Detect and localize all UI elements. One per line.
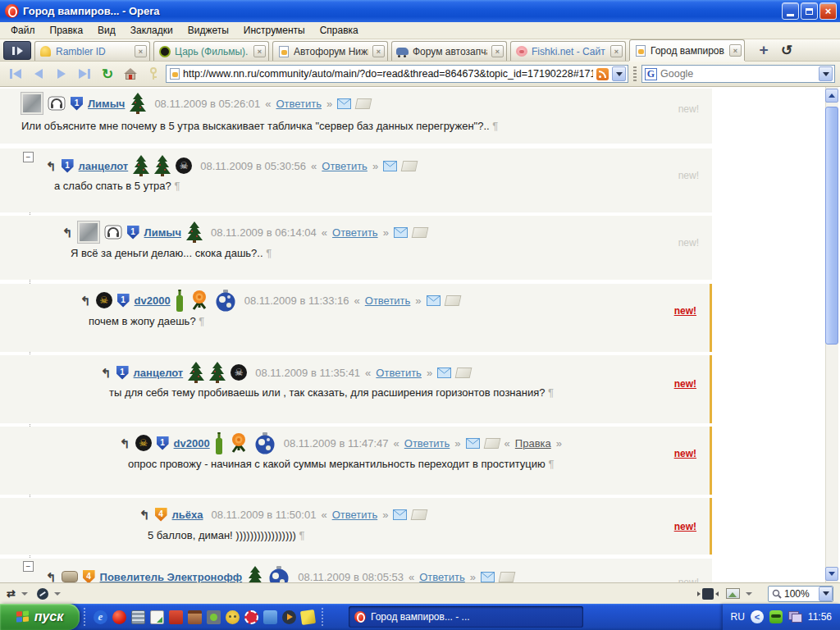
rss-icon[interactable] (596, 68, 609, 80)
mail-icon[interactable] (427, 295, 441, 306)
fit-to-width-icon[interactable] (702, 588, 714, 600)
turbo-dropdown-icon[interactable] (54, 592, 61, 596)
menu-widgets[interactable]: Виджеты (180, 23, 236, 38)
mail-icon[interactable] (466, 438, 480, 449)
reply-link[interactable]: Ответить (365, 294, 411, 307)
quicklaunch-player-icon[interactable] (282, 610, 296, 624)
reply-link[interactable]: Ответить (419, 571, 465, 583)
reopen-closed-tabs-button[interactable]: ↺ (776, 40, 797, 60)
language-indicator[interactable]: RU (731, 611, 745, 623)
reply-link[interactable]: Ответить (332, 226, 378, 239)
author-link[interactable]: льёха (172, 509, 203, 521)
hide-tray-icons-button[interactable]: < (751, 610, 764, 623)
mail-icon[interactable] (383, 161, 397, 171)
quicklaunch-internet-explorer-icon[interactable]: e (94, 610, 107, 624)
zoom-dropdown-button[interactable] (819, 587, 833, 601)
collapse-thread-button[interactable]: − (23, 152, 34, 162)
quicklaunch-paint-icon[interactable] (300, 609, 316, 624)
opera-link-icon[interactable]: ⇄ (7, 587, 16, 600)
scrollbar-thumb[interactable] (825, 107, 838, 345)
quicklaunch-media-icon[interactable] (207, 610, 221, 624)
new-badge[interactable]: new! (674, 448, 696, 459)
tab-autoparts[interactable]: Форум автозапча... × (391, 41, 507, 61)
back-button[interactable] (28, 65, 49, 83)
reply-link[interactable]: Ответить (332, 509, 378, 521)
reply-link[interactable]: Ответить (276, 98, 322, 110)
tab-tsar[interactable]: Царь (Фильмы). С... × (153, 41, 269, 61)
author-link[interactable]: ланцелот (134, 367, 184, 379)
start-button[interactable]: пуск (0, 604, 80, 630)
quicklaunch-doc-icon[interactable] (263, 610, 277, 624)
quote-page-icon[interactable] (499, 572, 516, 582)
menu-view[interactable]: Вид (90, 23, 123, 38)
tab-close-icon[interactable]: × (729, 44, 742, 57)
tab-close-icon[interactable]: × (372, 45, 385, 57)
quote-page-icon[interactable] (401, 161, 418, 171)
author-link[interactable]: Лимыч (144, 226, 181, 239)
menu-tools[interactable]: Инструменты (236, 23, 313, 38)
opera-turbo-icon[interactable] (37, 588, 48, 600)
reply-link[interactable]: Ответить (376, 367, 422, 379)
tab-autoforum[interactable]: Автофорум Нижн... × (272, 41, 388, 61)
author-link[interactable]: Лимыч (88, 98, 125, 110)
mail-icon[interactable] (481, 572, 495, 582)
restore-button[interactable] (801, 2, 818, 20)
quicklaunch-bank-icon[interactable] (188, 610, 202, 624)
address-field[interactable] (166, 65, 628, 83)
search-dropdown-button[interactable] (819, 66, 833, 81)
search-field[interactable]: G (641, 65, 835, 83)
scroll-down-button[interactable] (825, 567, 838, 581)
close-button[interactable]: × (819, 2, 837, 20)
author-link[interactable]: ланцелот (79, 160, 129, 172)
reply-link[interactable]: Ответить (322, 160, 368, 172)
fast-forward-button[interactable] (74, 65, 95, 83)
new-tab-button[interactable]: + (753, 40, 774, 60)
reload-button[interactable]: ↻ (97, 65, 118, 83)
tab-fishki[interactable]: Fishki.net - Сайт х... × (510, 41, 626, 61)
quicklaunch-cow-icon[interactable] (226, 610, 240, 624)
menu-file[interactable]: Файл (3, 23, 43, 38)
menu-help[interactable]: Справка (313, 23, 366, 38)
tray-agent-icon[interactable] (769, 610, 783, 623)
quote-page-icon[interactable] (411, 509, 428, 520)
author-link[interactable]: dv2000 (135, 294, 171, 307)
tab-rambler[interactable]: Rambler ID × (34, 41, 150, 61)
url-input[interactable] (183, 68, 593, 80)
edit-link[interactable]: Правка (515, 437, 551, 450)
tab-close-icon[interactable]: × (491, 45, 504, 57)
quote-page-icon[interactable] (455, 368, 472, 378)
mail-icon[interactable] (394, 227, 408, 238)
home-button[interactable] (120, 65, 141, 83)
tab-close-icon[interactable]: × (253, 45, 266, 57)
mail-icon[interactable] (393, 509, 407, 520)
images-dropdown-icon[interactable] (746, 592, 752, 596)
tab-gorod-vampirov[interactable]: Город вампиров... × (629, 39, 745, 61)
quote-page-icon[interactable] (483, 438, 500, 449)
new-badge[interactable]: new! (674, 305, 696, 317)
quicklaunch-calculator-icon[interactable] (131, 610, 145, 624)
minimize-button[interactable] (782, 2, 799, 20)
avatar[interactable] (21, 93, 43, 114)
panels-toggle-button[interactable] (3, 41, 31, 60)
quicklaunch-opera-icon[interactable] (112, 610, 126, 624)
mail-icon[interactable] (437, 368, 451, 378)
reply-link[interactable]: Ответить (404, 437, 450, 450)
images-toggle-icon[interactable] (726, 588, 740, 599)
clock[interactable]: 11:56 (808, 611, 832, 623)
quicklaunch-chip-icon[interactable] (244, 610, 258, 624)
avatar[interactable] (78, 221, 99, 243)
menu-bookmarks[interactable]: Закладки (123, 23, 180, 38)
zoom-control[interactable]: 100% (768, 586, 833, 602)
tab-close-icon[interactable]: × (610, 45, 623, 57)
rewind-button[interactable] (5, 65, 26, 83)
quicklaunch-app-icon[interactable] (169, 610, 183, 624)
quote-page-icon[interactable] (444, 295, 461, 306)
new-badge[interactable]: new! (674, 521, 696, 532)
menu-edit[interactable]: Правка (43, 23, 91, 38)
author-link[interactable]: dv2000 (174, 437, 210, 450)
forward-button[interactable] (51, 65, 72, 83)
mail-icon[interactable] (337, 98, 351, 109)
author-link[interactable]: Повелитель Электронофф (100, 571, 243, 583)
quote-page-icon[interactable] (411, 227, 428, 238)
link-dropdown-icon[interactable] (21, 592, 28, 596)
